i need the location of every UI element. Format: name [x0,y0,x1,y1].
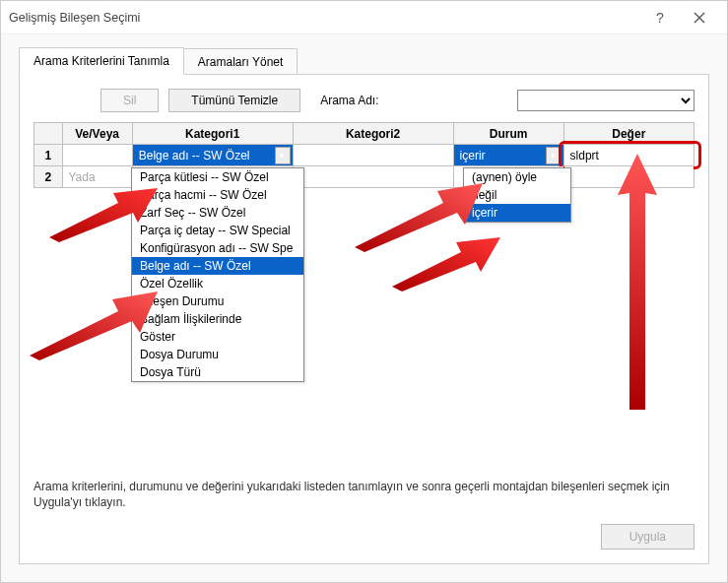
tab-define-criteria[interactable]: Arama Kriterlerini Tanımla [19,47,184,75]
dropdown-item[interactable]: Dosya Durumu [132,346,303,363]
col-header-value: Değer [563,123,694,145]
dropdown-item[interactable]: (aynen) öyle [464,168,570,186]
col-header-status: Durum [453,123,563,145]
dropdown-item[interactable]: Bağlam İlişkilerinde [132,310,303,328]
delete-button: Sil [100,89,159,112]
cell-category2[interactable] [293,145,453,166]
cell-value[interactable] [563,166,694,188]
help-button[interactable]: ? [640,4,680,32]
chevron-down-icon[interactable]: ▾ [275,147,291,164]
window-title: Gelişmiş Bileşen Seçimi [9,11,640,25]
cell-category1[interactable]: Belge adı -- SW Özel ▾ [132,145,293,166]
col-header-rownum [34,123,63,145]
cell-andor[interactable]: Yada [62,166,132,188]
clear-all-button[interactable]: Tümünü Temizle [168,89,300,112]
cell-value[interactable] [563,145,694,166]
dropdown-item[interactable]: değil [464,186,570,204]
value-input[interactable] [564,145,694,165]
dropdown-item[interactable]: Göster [132,328,303,346]
category1-dropdown[interactable]: Parça kütlesi -- SW ÖzelParça hacmi -- S… [131,167,304,382]
dropdown-item[interactable]: Konfigürasyon adı -- SW Spe [132,239,303,257]
cell-category1-value: Belge adı -- SW Özel [139,149,250,162]
status-dropdown[interactable]: (aynen) öyledeğiliçerir [463,167,571,223]
col-header-andor: Ve/Veya [62,123,132,145]
cell-andor[interactable] [62,145,132,166]
svg-marker-3 [392,237,500,292]
table-row: 1 Belge adı -- SW Özel ▾ [34,145,695,166]
cell-status[interactable]: içerir ▾ [453,145,563,166]
dropdown-item[interactable]: Dosya Türü [132,363,303,381]
dropdown-item[interactable]: Belge adı -- SW Özel [132,257,303,275]
tab-manage-searches[interactable]: Aramaları Yönet [183,48,298,75]
dropdown-item[interactable]: Parça kütlesi -- SW Özel [132,168,303,186]
search-name-select[interactable] [517,90,695,111]
callout-arrow-icon [392,232,500,292]
cell-status-value: içerir [460,149,486,162]
close-button[interactable] [680,4,719,32]
search-name-label: Arama Adı: [320,94,378,107]
dropdown-item[interactable]: Zarf Seç -- SW Özel [132,204,303,222]
col-header-category2: Kategori2 [293,123,453,145]
dropdown-item[interactable]: Parça hacmi -- SW Özel [132,186,303,204]
callout-arrow-icon [613,154,662,410]
dropdown-item[interactable]: Bileşen Durumu [132,292,303,310]
svg-marker-4 [618,154,657,410]
row-number: 1 [34,145,63,166]
dropdown-item[interactable]: Parça iç detay -- SW Special [132,222,303,239]
apply-button: Uygula [601,524,695,550]
chevron-down-icon[interactable]: ▾ [546,147,562,164]
dropdown-item[interactable]: içerir [464,204,570,222]
col-header-category1: Kategori1 [132,123,293,145]
dropdown-item[interactable]: Özel Özellik [132,275,303,292]
help-text: Arama kriterlerini, durumunu ve değerini… [33,443,695,510]
cell-category2[interactable] [293,166,453,188]
row-number: 2 [34,166,63,188]
